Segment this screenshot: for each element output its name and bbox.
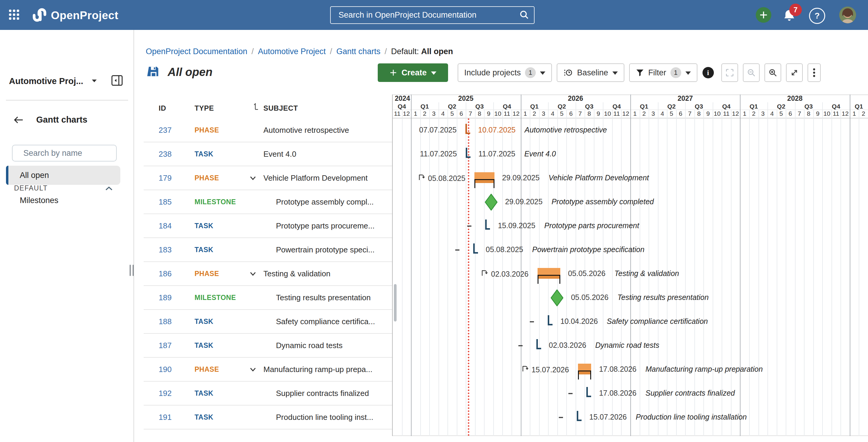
work-package-id-link[interactable]: 188 — [159, 317, 172, 326]
sidebar-resize-divider[interactable] — [133, 30, 134, 442]
back-to-gantt-charts[interactable]: Gantt charts — [13, 115, 87, 125]
sidebar-search[interactable] — [12, 145, 117, 162]
gridline-year — [521, 95, 521, 436]
quick-add-button[interactable] — [756, 7, 771, 23]
work-package-id-link[interactable]: 186 — [159, 269, 172, 278]
sidebar-search-input[interactable] — [23, 148, 130, 158]
table-row[interactable]: 179PHASEVehicle Platform Development — [144, 166, 392, 190]
gantt-task-bracket[interactable] — [473, 243, 478, 253]
work-package-id-link[interactable]: 238 — [159, 149, 172, 159]
notifications-button[interactable]: 7 — [783, 8, 801, 25]
column-header-subject[interactable]: SUBJECT — [264, 104, 298, 112]
global-search[interactable] — [330, 6, 534, 24]
create-button[interactable]: Create — [378, 63, 448, 82]
work-package-id-link[interactable]: 190 — [159, 365, 172, 374]
table-row[interactable]: 189MILESTONETesting results presentation — [144, 286, 392, 310]
timeline-year-label: 2026 — [521, 95, 630, 102]
question-mark-icon: ? — [814, 11, 819, 21]
collapse-sidebar-icon[interactable] — [111, 74, 123, 88]
table-row[interactable]: 186PHASETesting & validation — [144, 262, 392, 286]
gantt-start-dash[interactable] — [530, 321, 534, 322]
vertical-scrollbar-thumb[interactable] — [394, 284, 397, 321]
gantt-phase-bar[interactable] — [474, 172, 494, 183]
baseline-button[interactable]: Baseline — [557, 63, 624, 82]
table-row[interactable]: 190PHASEManufacturing ramp-up prepa... — [144, 358, 392, 382]
settings-menu-button[interactable] — [808, 63, 821, 82]
gridline-year — [630, 95, 631, 436]
project-selector[interactable]: Automotive Proj... — [9, 74, 125, 88]
work-package-subject: Production line tooling inst... — [276, 413, 373, 422]
breadcrumb-link-project[interactable]: Automotive Project — [258, 47, 326, 56]
zoom-auto-button[interactable] — [786, 63, 803, 82]
work-package-id-link[interactable]: 191 — [159, 413, 172, 422]
table-row[interactable]: 185MILESTONEPrototype assembly compl... — [144, 190, 392, 214]
timeline-quarter-label: Q1 — [740, 103, 768, 110]
zoom-out-button[interactable] — [743, 63, 760, 82]
collapse-chevron-icon[interactable] — [249, 366, 257, 374]
gantt-milestone-diamond[interactable] — [551, 290, 563, 307]
work-package-id-link[interactable]: 189 — [159, 293, 172, 302]
sidebar-item-milestones[interactable]: Milestones — [6, 191, 120, 210]
filter-icon — [636, 68, 644, 77]
work-package-id-link[interactable]: 183 — [159, 245, 172, 254]
breadcrumb-link-documentation[interactable]: OpenProject Documentation — [146, 47, 247, 56]
zoom-selection-button[interactable] — [721, 63, 738, 82]
global-search-input[interactable] — [338, 10, 519, 20]
column-header-type[interactable]: TYPE — [194, 104, 214, 112]
sidebar-resize-grip[interactable] — [130, 265, 135, 276]
gantt-task-bracket[interactable] — [466, 148, 470, 158]
sidebar-item-all-open[interactable]: All open — [6, 166, 120, 185]
save-icon[interactable] — [147, 65, 160, 79]
zoom-in-button[interactable] — [765, 63, 781, 82]
search-icon[interactable] — [519, 9, 529, 21]
gantt-task-bracket[interactable] — [548, 315, 553, 326]
gridline-month — [722, 110, 722, 436]
work-package-id-link[interactable]: 179 — [159, 173, 172, 183]
timeline-month-label: 12 — [840, 110, 850, 118]
gantt-start-dash[interactable] — [559, 417, 563, 418]
openproject-logo[interactable]: OpenProject — [31, 7, 119, 24]
user-avatar[interactable] — [839, 7, 856, 23]
table-row[interactable]: 188TASKSafety compliance certifica... — [144, 310, 392, 334]
gantt-task-bracket[interactable] — [536, 339, 541, 349]
table-row[interactable]: 187TASKDynamic road tests — [144, 334, 392, 358]
collapse-chevron-icon[interactable] — [249, 270, 257, 279]
work-package-id-link[interactable]: 237 — [159, 126, 172, 135]
gantt-phase-bar[interactable] — [578, 364, 591, 374]
hierarchy-icon[interactable] — [253, 103, 260, 113]
table-row[interactable]: 238TASKEvent 4.0 — [144, 142, 392, 166]
work-package-id-link[interactable]: 187 — [159, 341, 172, 350]
column-header-id[interactable]: ID — [159, 104, 166, 112]
table-row[interactable]: 184TASKPrototype parts procureme... — [144, 214, 392, 238]
gantt-phase-bar[interactable] — [537, 268, 560, 279]
gantt-start-dash[interactable] — [467, 226, 471, 227]
gantt-task-bracket[interactable] — [577, 411, 582, 421]
app-grid-icon[interactable] — [9, 9, 20, 20]
gantt-start-date-label: 02.03.2026 — [433, 269, 529, 279]
filter-button[interactable]: Filter 1 — [629, 63, 698, 82]
breadcrumb-link-gantt-charts[interactable]: Gantt charts — [336, 47, 380, 56]
gantt-start-dash[interactable] — [455, 249, 460, 250]
gantt-task-bracket[interactable] — [465, 124, 470, 134]
work-package-id-link[interactable]: 184 — [159, 221, 172, 231]
help-button[interactable]: ? — [809, 8, 825, 24]
work-package-id-link[interactable]: 192 — [159, 389, 172, 398]
gantt-task-bracket[interactable] — [485, 219, 490, 230]
table-row[interactable]: 191TASKProduction line tooling inst... — [144, 406, 392, 430]
work-package-type: MILESTONE — [194, 294, 236, 302]
gantt-start-dash[interactable] — [568, 393, 572, 394]
table-row[interactable]: 237PHASEAutomotive retrospective — [144, 118, 392, 142]
table-row[interactable]: 192TASKSupplier contracts finalized — [144, 382, 392, 406]
info-button[interactable]: i — [700, 63, 717, 82]
gridline-month — [429, 110, 430, 436]
collapse-chevron-icon[interactable] — [249, 174, 257, 183]
timeline-month-label: 7 — [576, 110, 585, 118]
gantt-start-dash[interactable] — [518, 345, 523, 346]
gantt-task-bracket[interactable] — [586, 387, 591, 397]
work-package-id-link[interactable]: 185 — [159, 197, 172, 207]
include-projects-button[interactable]: Include projects 1 — [458, 63, 552, 82]
finish-date-text: 05.05.2026 — [568, 269, 606, 278]
scheduling-clamp-icon — [418, 173, 425, 183]
gantt-milestone-diamond[interactable] — [485, 194, 497, 212]
table-row[interactable]: 183TASKPowertrain prototype speci... — [144, 238, 392, 262]
